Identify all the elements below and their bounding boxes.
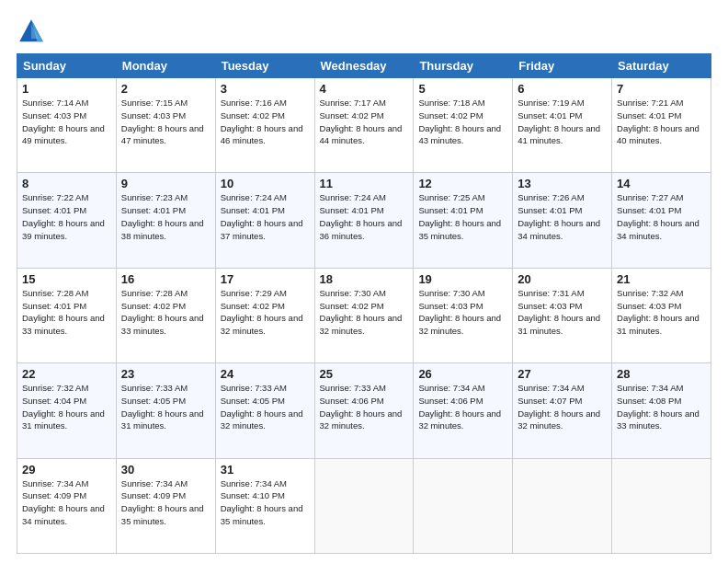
calendar-cell: 5Sunrise: 7:18 AMSunset: 4:02 PMDaylight…: [414, 78, 513, 173]
day-number: 14: [617, 177, 706, 190]
day-info: Sunrise: 7:27 AMSunset: 4:01 PMDaylight:…: [617, 192, 700, 240]
calendar-week-row: 22Sunrise: 7:32 AMSunset: 4:04 PMDayligh…: [17, 363, 711, 458]
day-number: 10: [221, 177, 310, 190]
day-number: 3: [221, 82, 310, 96]
day-number: 9: [121, 177, 210, 190]
calendar-week-row: 1Sunrise: 7:14 AMSunset: 4:03 PMDaylight…: [17, 78, 711, 173]
day-number: 8: [22, 177, 111, 190]
calendar-cell: [513, 458, 612, 553]
calendar-day-header: Sunday: [17, 54, 117, 78]
day-info: Sunrise: 7:23 AMSunset: 4:01 PMDaylight:…: [121, 192, 204, 240]
day-info: Sunrise: 7:32 AMSunset: 4:04 PMDaylight:…: [22, 383, 105, 431]
day-number: 26: [418, 367, 507, 381]
day-info: Sunrise: 7:34 AMSunset: 4:09 PMDaylight:…: [121, 478, 204, 526]
day-number: 12: [418, 177, 507, 190]
day-number: 5: [418, 82, 507, 96]
calendar-cell: 6Sunrise: 7:19 AMSunset: 4:01 PMDaylight…: [513, 78, 612, 173]
calendar-cell: 23Sunrise: 7:33 AMSunset: 4:05 PMDayligh…: [116, 363, 215, 458]
calendar-cell: 31Sunrise: 7:34 AMSunset: 4:10 PMDayligh…: [215, 458, 314, 553]
calendar-cell: 7Sunrise: 7:21 AMSunset: 4:01 PMDaylight…: [612, 78, 711, 173]
day-number: 30: [121, 463, 210, 477]
calendar-cell: 1Sunrise: 7:14 AMSunset: 4:03 PMDaylight…: [17, 78, 117, 173]
day-number: 18: [320, 272, 409, 286]
calendar-week-row: 15Sunrise: 7:28 AMSunset: 4:01 PMDayligh…: [17, 268, 711, 362]
day-number: 15: [22, 272, 111, 286]
day-number: 13: [518, 177, 607, 190]
day-info: Sunrise: 7:33 AMSunset: 4:05 PMDaylight:…: [221, 383, 303, 431]
day-info: Sunrise: 7:34 AMSunset: 4:06 PMDaylight:…: [418, 383, 501, 431]
calendar-cell: 10Sunrise: 7:24 AMSunset: 4:01 PMDayligh…: [215, 173, 314, 268]
day-info: Sunrise: 7:33 AMSunset: 4:06 PMDaylight:…: [320, 383, 403, 431]
day-info: Sunrise: 7:34 AMSunset: 4:10 PMDaylight:…: [221, 478, 303, 526]
day-number: 6: [518, 82, 607, 96]
calendar-header-row: SundayMondayTuesdayWednesdayThursdayFrid…: [17, 54, 711, 78]
day-info: Sunrise: 7:30 AMSunset: 4:03 PMDaylight:…: [418, 288, 501, 336]
calendar-cell: 21Sunrise: 7:32 AMSunset: 4:03 PMDayligh…: [612, 268, 711, 362]
calendar-cell: 13Sunrise: 7:26 AMSunset: 4:01 PMDayligh…: [513, 173, 612, 268]
day-info: Sunrise: 7:29 AMSunset: 4:02 PMDaylight:…: [221, 288, 303, 336]
calendar-cell: [612, 458, 711, 553]
calendar-cell: 28Sunrise: 7:34 AMSunset: 4:08 PMDayligh…: [612, 363, 711, 458]
calendar-day-header: Wednesday: [314, 54, 414, 78]
calendar-cell: 12Sunrise: 7:25 AMSunset: 4:01 PMDayligh…: [414, 173, 513, 268]
day-number: 21: [617, 272, 706, 286]
calendar-cell: 22Sunrise: 7:32 AMSunset: 4:04 PMDayligh…: [17, 363, 117, 458]
calendar-cell: 16Sunrise: 7:28 AMSunset: 4:02 PMDayligh…: [116, 268, 215, 362]
day-number: 31: [221, 463, 310, 477]
logo-icon: [17, 17, 46, 46]
day-info: Sunrise: 7:26 AMSunset: 4:01 PMDaylight:…: [518, 192, 600, 240]
day-number: 28: [617, 367, 706, 381]
day-info: Sunrise: 7:21 AMSunset: 4:01 PMDaylight:…: [617, 98, 700, 145]
day-info: Sunrise: 7:15 AMSunset: 4:03 PMDaylight:…: [121, 98, 204, 145]
calendar-cell: 15Sunrise: 7:28 AMSunset: 4:01 PMDayligh…: [17, 268, 117, 362]
calendar-cell: 24Sunrise: 7:33 AMSunset: 4:05 PMDayligh…: [215, 363, 314, 458]
calendar-table: SundayMondayTuesdayWednesdayThursdayFrid…: [17, 53, 711, 554]
calendar-cell: 18Sunrise: 7:30 AMSunset: 4:02 PMDayligh…: [314, 268, 414, 362]
calendar-cell: 25Sunrise: 7:33 AMSunset: 4:06 PMDayligh…: [314, 363, 414, 458]
calendar-cell: 14Sunrise: 7:27 AMSunset: 4:01 PMDayligh…: [612, 173, 711, 268]
day-info: Sunrise: 7:32 AMSunset: 4:03 PMDaylight:…: [617, 288, 700, 336]
day-info: Sunrise: 7:16 AMSunset: 4:02 PMDaylight:…: [221, 98, 303, 145]
day-number: 1: [22, 82, 111, 96]
calendar-cell: 4Sunrise: 7:17 AMSunset: 4:02 PMDaylight…: [314, 78, 414, 173]
calendar-cell: 2Sunrise: 7:15 AMSunset: 4:03 PMDaylight…: [116, 78, 215, 173]
day-number: 29: [22, 463, 111, 477]
day-info: Sunrise: 7:25 AMSunset: 4:01 PMDaylight:…: [418, 192, 501, 240]
day-info: Sunrise: 7:34 AMSunset: 4:08 PMDaylight:…: [617, 383, 700, 431]
day-info: Sunrise: 7:18 AMSunset: 4:02 PMDaylight:…: [418, 98, 501, 145]
calendar-cell: 29Sunrise: 7:34 AMSunset: 4:09 PMDayligh…: [17, 458, 117, 553]
calendar-cell: 9Sunrise: 7:23 AMSunset: 4:01 PMDaylight…: [116, 173, 215, 268]
calendar-cell: 3Sunrise: 7:16 AMSunset: 4:02 PMDaylight…: [215, 78, 314, 173]
day-number: 25: [320, 367, 409, 381]
logo: [17, 17, 50, 46]
day-number: 27: [518, 367, 607, 381]
day-info: Sunrise: 7:34 AMSunset: 4:07 PMDaylight:…: [518, 383, 600, 431]
calendar-cell: 8Sunrise: 7:22 AMSunset: 4:01 PMDaylight…: [17, 173, 117, 268]
day-number: 7: [617, 82, 706, 96]
calendar-day-header: Friday: [513, 54, 612, 78]
calendar-cell: 26Sunrise: 7:34 AMSunset: 4:06 PMDayligh…: [414, 363, 513, 458]
calendar-cell: 17Sunrise: 7:29 AMSunset: 4:02 PMDayligh…: [215, 268, 314, 362]
day-info: Sunrise: 7:34 AMSunset: 4:09 PMDaylight:…: [22, 478, 105, 526]
day-info: Sunrise: 7:17 AMSunset: 4:02 PMDaylight:…: [320, 98, 403, 145]
day-info: Sunrise: 7:28 AMSunset: 4:02 PMDaylight:…: [121, 288, 204, 336]
calendar-cell: 30Sunrise: 7:34 AMSunset: 4:09 PMDayligh…: [116, 458, 215, 553]
calendar-cell: 20Sunrise: 7:31 AMSunset: 4:03 PMDayligh…: [513, 268, 612, 362]
day-number: 19: [418, 272, 507, 286]
calendar-cell: 27Sunrise: 7:34 AMSunset: 4:07 PMDayligh…: [513, 363, 612, 458]
calendar-day-header: Thursday: [414, 54, 513, 78]
day-number: 16: [121, 272, 210, 286]
day-number: 24: [221, 367, 310, 381]
day-info: Sunrise: 7:30 AMSunset: 4:02 PMDaylight:…: [320, 288, 403, 336]
calendar-cell: [414, 458, 513, 553]
day-number: 20: [518, 272, 607, 286]
day-number: 4: [320, 82, 409, 96]
calendar-day-header: Saturday: [612, 54, 711, 78]
day-info: Sunrise: 7:24 AMSunset: 4:01 PMDaylight:…: [221, 192, 303, 240]
day-number: 2: [121, 82, 210, 96]
calendar-cell: 11Sunrise: 7:24 AMSunset: 4:01 PMDayligh…: [314, 173, 414, 268]
day-info: Sunrise: 7:28 AMSunset: 4:01 PMDaylight:…: [22, 288, 105, 336]
page: SundayMondayTuesdayWednesdayThursdayFrid…: [0, 0, 728, 563]
day-number: 11: [320, 177, 409, 190]
day-info: Sunrise: 7:14 AMSunset: 4:03 PMDaylight:…: [22, 98, 105, 145]
